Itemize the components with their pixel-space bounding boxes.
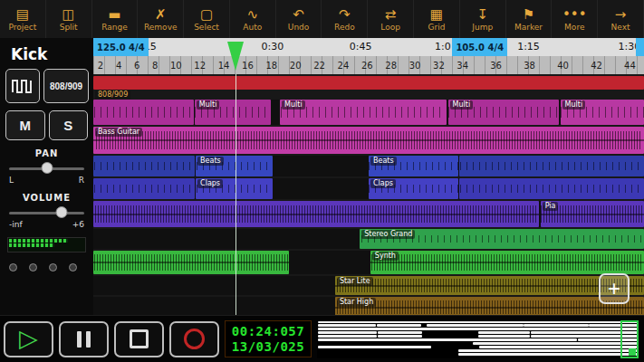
- volume-knob[interactable]: [56, 206, 68, 218]
- minimap-viewport[interactable]: [620, 320, 639, 358]
- beat-number: 20: [290, 61, 302, 71]
- audio-clip[interactable]: [459, 178, 644, 199]
- mute-solo-row: M S: [5, 110, 88, 140]
- toolbar-project-label: Project: [8, 23, 36, 32]
- toolbar-undo-label: Undo: [288, 23, 310, 32]
- toolbar-auto-button[interactable]: ∿Auto: [230, 0, 276, 38]
- pause-button[interactable]: [59, 321, 109, 357]
- time-label: 1:0: [435, 41, 451, 52]
- beat-number: 38: [524, 61, 535, 71]
- audio-clip[interactable]: Claps: [196, 178, 273, 199]
- toolbar-project-button[interactable]: ▤Project: [0, 0, 46, 38]
- minimap[interactable]: [317, 320, 639, 358]
- audio-clip[interactable]: Multi: [280, 100, 447, 125]
- minimap-row: [318, 335, 638, 338]
- toolbar-redo-button[interactable]: ↷Redo: [322, 0, 368, 38]
- toolbar-grid-label: Grid: [428, 23, 445, 32]
- audio-clip[interactable]: [93, 178, 195, 199]
- stop-button[interactable]: [114, 321, 164, 357]
- toolbar-more-label: More: [564, 23, 584, 32]
- minimap-row: [318, 324, 638, 327]
- audio-clip[interactable]: Bass Guitar: [93, 127, 644, 154]
- add-track-button[interactable]: +: [599, 273, 630, 304]
- play-button[interactable]: ▷: [4, 321, 53, 357]
- minimap-row: [318, 349, 638, 352]
- stop-icon: [130, 329, 149, 348]
- page-dot: [9, 263, 17, 272]
- minimap-clip: [478, 331, 531, 334]
- solo-button[interactable]: S: [49, 110, 89, 140]
- beat-numbers: 343638404244: [457, 56, 636, 74]
- track-row-4: BeatsBeats: [93, 156, 644, 176]
- beat-numbers: 2468101214161820222426283032: [98, 56, 445, 74]
- toolbar-undo-button[interactable]: ↶Undo: [276, 0, 322, 38]
- playhead-handle[interactable]: [227, 42, 244, 71]
- audio-clip[interactable]: 808/909: [93, 76, 644, 90]
- more-icon: •••: [562, 7, 587, 22]
- audio-clip[interactable]: [93, 100, 194, 125]
- volume-min-label: -inf: [9, 220, 23, 229]
- minimap-row: [318, 342, 638, 345]
- time-ruler[interactable]: 0:150:300:451:01:151:30125.0 4/4105.0 4/…: [93, 38, 644, 57]
- audio-clip[interactable]: Star Lite: [335, 276, 644, 295]
- toolbar-select-button[interactable]: ▢Select: [184, 0, 230, 38]
- track-row-9: Star Lite: [93, 276, 644, 295]
- tempo-marker: 105.0 4/4: [452, 38, 507, 56]
- toolbar-more-button[interactable]: •••More: [552, 0, 598, 38]
- audio-clip[interactable]: Claps: [369, 178, 458, 199]
- audio-clip[interactable]: Multi: [195, 100, 272, 125]
- audio-clip[interactable]: [459, 156, 644, 176]
- toolbar-split-button[interactable]: ◫Split: [46, 0, 92, 38]
- toolbar-loop-button[interactable]: ⇄Loop: [368, 0, 414, 38]
- volume-label: VOLUME: [0, 193, 93, 203]
- preset-button[interactable]: 808/909: [43, 69, 89, 103]
- beat-number: 42: [591, 61, 602, 71]
- audio-clip[interactable]: Synth: [370, 251, 644, 274]
- playhead-line: [235, 74, 236, 315]
- audio-clip[interactable]: Pia: [541, 201, 644, 227]
- volume-scale: -inf +6: [9, 220, 84, 229]
- next-icon: →: [615, 7, 627, 22]
- audio-clip[interactable]: Beats: [196, 156, 273, 176]
- toolbar-jump-label: Jump: [472, 23, 493, 32]
- audio-clip[interactable]: Beats: [369, 156, 458, 176]
- audio-clip[interactable]: Star High: [335, 297, 644, 315]
- minimap-clip: [378, 335, 422, 338]
- toolbar-remove-button[interactable]: ✗Remove: [138, 0, 184, 38]
- marker-icon: ⚑: [523, 7, 534, 22]
- toolbar-next-button[interactable]: →Next: [598, 0, 644, 38]
- toolbar-grid-button[interactable]: ▦Grid: [414, 0, 460, 38]
- toolbar-range-button[interactable]: ▬Range: [92, 0, 139, 38]
- timeline-ruler[interactable]: 0:150:300:451:01:151:30125.0 4/4105.0 4/…: [93, 38, 644, 74]
- waveform-preview-button[interactable]: [5, 69, 40, 103]
- toolbar-next-label: Next: [611, 23, 630, 32]
- toolbar-jump-button[interactable]: ↧Jump: [460, 0, 506, 38]
- toolbar-marker-button[interactable]: ⚑Marker: [506, 0, 553, 38]
- minimap-clip: [524, 324, 588, 327]
- tracks-area: 808/909MultiMultiMultiMultiBass GuitarBe…: [93, 74, 644, 315]
- audio-clip[interactable]: [93, 156, 195, 176]
- record-button[interactable]: [169, 321, 219, 357]
- volume-slider-track: [9, 212, 84, 214]
- beat-ruler[interactable]: 2468101214161820222426283032343638404244: [93, 56, 644, 74]
- minimap-row: [318, 338, 638, 341]
- pan-right-label: R: [79, 176, 84, 185]
- pan-knob[interactable]: [41, 162, 53, 174]
- minimap-row: [318, 353, 638, 356]
- toolbar-range-label: Range: [101, 23, 128, 32]
- beat-number: 2: [98, 61, 103, 71]
- clip-label: Star Lite: [337, 277, 373, 286]
- audio-clip[interactable]: Stereo Grand: [360, 229, 644, 249]
- audio-clip[interactable]: [93, 251, 289, 274]
- audio-clip[interactable]: [93, 201, 539, 227]
- clip-label: Claps: [197, 179, 223, 188]
- track-row-1: 808/909: [93, 76, 644, 90]
- volume-slider[interactable]: [9, 205, 84, 220]
- audio-clip[interactable]: Multi: [448, 100, 560, 125]
- audio-clip[interactable]: Multi: [561, 100, 644, 125]
- mute-button[interactable]: M: [5, 110, 45, 140]
- pan-slider[interactable]: [9, 161, 84, 176]
- instrument-row: 808/909: [5, 69, 88, 103]
- remove-icon: ✗: [155, 7, 167, 22]
- minimap-clip: [478, 335, 531, 338]
